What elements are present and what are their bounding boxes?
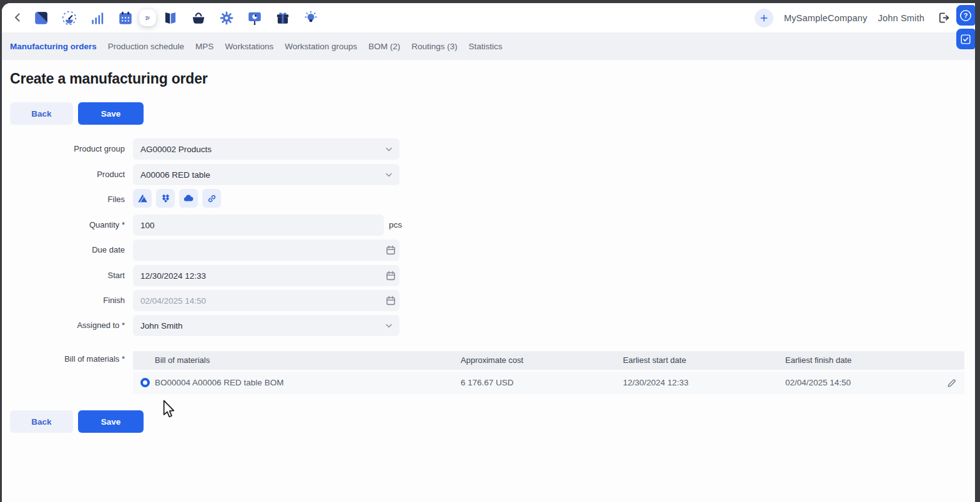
quantity-unit: pcs xyxy=(389,215,402,236)
due-date-input[interactable] xyxy=(133,239,399,261)
calendar-picker-icon[interactable] xyxy=(385,270,396,281)
tab-manufacturing-orders[interactable]: Manufacturing orders xyxy=(10,42,97,51)
dashboard-icon[interactable] xyxy=(32,9,49,26)
assigned-to-select[interactable]: John Smith xyxy=(133,315,399,336)
product-label: Product xyxy=(2,164,125,185)
bom-row-start: 12/30/2024 12:33 xyxy=(623,372,688,394)
quantity-input[interactable] xyxy=(133,215,384,236)
quantity-label: Quantity * xyxy=(2,215,125,236)
page-title: Create a manufacturing order xyxy=(10,70,207,87)
help-icon[interactable]: ? xyxy=(956,5,975,26)
rewards-gift-icon[interactable] xyxy=(274,9,291,26)
edit-pencil-icon[interactable] xyxy=(946,378,957,389)
assigned-to-value: John Smith xyxy=(140,321,183,331)
add-button[interactable] xyxy=(755,9,773,27)
bom-row-name: BO00004 A00006 RED table BOM xyxy=(155,372,283,394)
chevron-down-icon xyxy=(384,170,394,181)
bom-col-finish: Earliest finish date xyxy=(785,351,851,370)
link-icon[interactable] xyxy=(202,189,221,208)
tasks-icon[interactable] xyxy=(956,29,975,49)
calendar-picker-icon[interactable] xyxy=(385,244,396,256)
module-tabs: Manufacturing orders Production schedule… xyxy=(2,32,975,60)
back-button[interactable]: Back xyxy=(10,102,73,125)
dropbox-icon[interactable] xyxy=(156,189,175,208)
product-group-select[interactable]: AG00002 Products xyxy=(133,138,399,160)
settings-gear-icon[interactable] xyxy=(218,9,235,26)
bom-col-start: Earliest start date xyxy=(623,351,686,370)
gauge-icon[interactable] xyxy=(61,9,77,26)
save-button[interactable]: Save xyxy=(78,102,144,125)
calendar-icon[interactable] xyxy=(117,9,134,26)
tab-bom[interactable]: BOM (2) xyxy=(368,42,400,51)
window-frame: MySampleCompany John Smith ? Manufacturi… xyxy=(0,0,980,502)
due-date-label: Due date xyxy=(2,239,125,261)
tab-workstations[interactable]: Workstations xyxy=(225,42,273,51)
tab-mps[interactable]: MPS xyxy=(195,42,213,51)
user-name[interactable]: John Smith xyxy=(878,13,924,23)
top-toolbar: MySampleCompany John Smith xyxy=(2,3,975,32)
chevron-down-icon xyxy=(384,321,394,332)
tab-statistics[interactable]: Statistics xyxy=(469,42,502,51)
tab-production-schedule[interactable]: Production schedule xyxy=(108,42,184,51)
bom-row-cost: 6 176.67 USD xyxy=(461,372,514,394)
bom-label: Bill of materials * xyxy=(2,354,125,364)
product-group-value: AG00002 Products xyxy=(140,145,212,154)
files-label: Files xyxy=(2,189,125,210)
product-select[interactable]: A00006 RED table xyxy=(133,164,399,185)
finish-input[interactable] xyxy=(133,290,399,311)
statistics-icon[interactable] xyxy=(89,9,105,26)
bom-row-finish: 02/04/2025 14:50 xyxy=(785,372,851,394)
save-button-bottom[interactable]: Save xyxy=(78,410,144,433)
product-value: A00006 RED table xyxy=(140,170,210,180)
start-label: Start xyxy=(2,265,125,286)
topbar-right: MySampleCompany John Smith xyxy=(755,3,951,32)
bom-table: Bill of materials Approximate cost Earli… xyxy=(133,351,964,394)
app-screen: MySampleCompany John Smith ? Manufacturi… xyxy=(2,3,975,502)
finish-label: Finish xyxy=(2,290,125,311)
start-input[interactable] xyxy=(133,265,399,286)
production-gantt-icon[interactable] xyxy=(139,9,156,26)
back-icon[interactable] xyxy=(9,9,26,26)
ideas-lightbulb-icon[interactable] xyxy=(302,9,319,26)
mouse-cursor xyxy=(163,400,176,419)
app-icon-bar xyxy=(32,9,319,26)
stock-book-icon[interactable] xyxy=(162,9,179,26)
reports-presentation-icon[interactable] xyxy=(246,9,263,26)
bom-col-cost: Approximate cost xyxy=(461,351,523,370)
file-buttons xyxy=(133,189,221,208)
tab-routings[interactable]: Routings (3) xyxy=(411,42,458,51)
svg-text:?: ? xyxy=(964,12,968,19)
tab-workstation-groups[interactable]: Workstation groups xyxy=(285,42,357,51)
onedrive-cloud-icon[interactable] xyxy=(179,189,198,208)
chevron-down-icon xyxy=(384,144,394,156)
bom-row-radio[interactable] xyxy=(140,378,150,387)
product-group-label: Product group xyxy=(2,138,125,160)
back-button-bottom[interactable]: Back xyxy=(10,410,73,433)
table-row[interactable]: BO00004 A00006 RED table BOM 6 176.67 US… xyxy=(133,372,964,394)
company-name[interactable]: MySampleCompany xyxy=(784,13,868,23)
bom-table-header: Bill of materials Approximate cost Earli… xyxy=(133,351,964,370)
calendar-picker-icon[interactable] xyxy=(385,295,396,306)
procurement-basket-icon[interactable] xyxy=(190,9,207,26)
bom-col-name: Bill of materials xyxy=(155,351,210,370)
google-drive-icon[interactable] xyxy=(133,189,152,208)
logout-icon[interactable] xyxy=(935,10,951,26)
assigned-to-label: Assigned to * xyxy=(2,315,125,336)
